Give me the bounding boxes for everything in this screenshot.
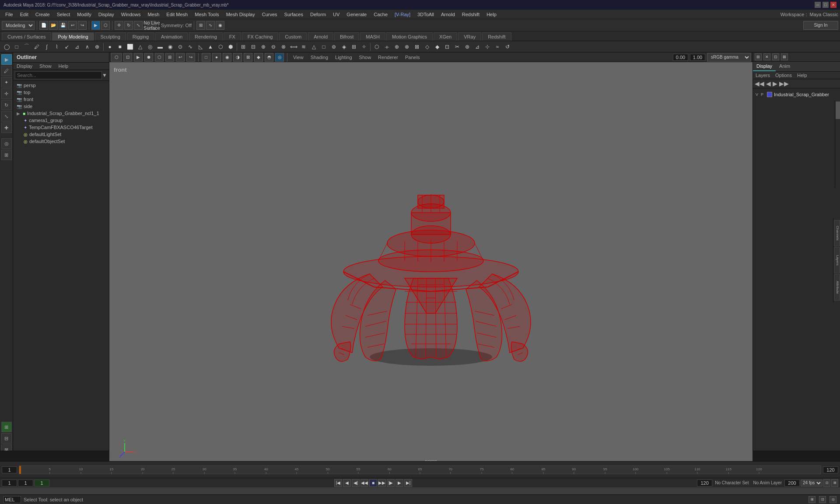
max-frame-input[interactable]: [784, 480, 800, 486]
ch-right-tab2[interactable]: Layers: [834, 247, 840, 273]
boolean-diff-button[interactable]: ⊖: [269, 42, 278, 52]
status-right-btn3[interactable]: ◎: [830, 496, 836, 503]
vp-menu-panels[interactable]: Panels: [402, 54, 423, 61]
skip-back-button[interactable]: |◀: [334, 479, 342, 487]
vp-scale-input[interactable]: [690, 54, 705, 61]
vp-zoom-input[interactable]: [673, 54, 688, 61]
rotate-mode-button[interactable]: ↻: [1, 100, 12, 110]
frame-display-input[interactable]: [18, 480, 33, 486]
menu-uv[interactable]: UV: [329, 11, 343, 18]
connect-button[interactable]: ⊛: [462, 42, 472, 52]
vp-ao-button[interactable]: ◓: [265, 53, 273, 62]
ch-right-tab1[interactable]: Channels: [834, 220, 840, 246]
vp-menu-view[interactable]: View: [290, 54, 306, 61]
scale-tool-button[interactable]: ⤡: [134, 21, 143, 30]
pyramid-button[interactable]: ▲: [206, 42, 215, 52]
tool8-button[interactable]: ⊿: [72, 42, 82, 52]
paint-button[interactable]: 🖊: [32, 42, 42, 52]
menu-mesh-display[interactable]: Mesh Display: [223, 11, 259, 18]
menu-redshift[interactable]: Redshift: [458, 11, 483, 18]
outliner-item-persp[interactable]: 📷 persp: [13, 82, 109, 89]
tab-mash[interactable]: MASH: [360, 32, 385, 41]
playback-options-button[interactable]: ⊞: [831, 479, 838, 487]
create-curve-button[interactable]: ⌒: [22, 42, 32, 52]
current-frame-input[interactable]: [2, 466, 17, 473]
tab-sculpting[interactable]: Sculpting: [95, 32, 126, 41]
play-forward-button[interactable]: ▶▶: [378, 479, 386, 487]
save-scene-button[interactable]: 💾: [59, 21, 67, 30]
warp-button[interactable]: ≈: [493, 42, 502, 52]
key-options-button[interactable]: ⊡: [823, 479, 830, 487]
outliner-search-dropdown[interactable]: ▼: [102, 72, 107, 78]
cleanup-button[interactable]: ✧: [359, 42, 369, 52]
sculpt-mode-button[interactable]: ✦: [1, 77, 12, 88]
next-key-button[interactable]: |▶: [387, 479, 395, 487]
vp-smooth-button[interactable]: ●: [212, 53, 221, 62]
bend-button[interactable]: ↙: [62, 42, 72, 52]
vp-lights-button[interactable]: ◎: [275, 53, 284, 62]
platonic-button[interactable]: ⬢: [226, 42, 235, 52]
maximize-button[interactable]: □: [822, 2, 829, 8]
menu-deform[interactable]: Deform: [307, 11, 329, 18]
lattice-button[interactable]: ⌇: [52, 42, 62, 52]
menu-display[interactable]: Display: [95, 11, 118, 18]
lasso-select-button[interactable]: ⬡: [101, 21, 110, 30]
tab-curves-surfaces[interactable]: Curves / Surfaces: [2, 32, 51, 41]
boolean-union-button[interactable]: ⊕: [259, 42, 268, 52]
outliner-scrollbar[interactable]: [836, 102, 840, 119]
wedge-button[interactable]: ⊿: [472, 42, 482, 52]
next-frame-button[interactable]: ▶: [396, 479, 403, 487]
ch-prev-button[interactable]: ◀: [766, 80, 771, 87]
ch-prev-frame-button[interactable]: ◀◀: [755, 80, 764, 87]
cylinder-button[interactable]: ⬜: [125, 42, 135, 52]
move-tool-button[interactable]: ✛: [115, 21, 123, 30]
menu-mesh[interactable]: Mesh: [144, 11, 163, 18]
create-circle-button[interactable]: ◯: [2, 42, 11, 52]
soft-select-button[interactable]: ◎: [1, 138, 12, 149]
status-right-btn1[interactable]: ⊞: [808, 496, 816, 503]
outliner-item-side[interactable]: 📷 side: [13, 103, 109, 110]
menu-create[interactable]: Create: [32, 11, 53, 18]
snap-curve-button[interactable]: ∿: [206, 21, 215, 30]
tab-redshift[interactable]: Redshift: [482, 32, 511, 41]
menu-surfaces[interactable]: Surfaces: [281, 11, 307, 18]
outliner-item-object-set[interactable]: ◎ defaultObjectSet: [13, 138, 109, 145]
ch-next-button[interactable]: ▶: [773, 80, 777, 87]
frame-indicator[interactable]: [34, 480, 49, 486]
outliner-item-top[interactable]: 📷 top: [13, 89, 109, 96]
tab-rigging[interactable]: Rigging: [127, 32, 154, 41]
ch-icon1[interactable]: ⊞: [755, 53, 762, 60]
rotate-tool-button[interactable]: ↻: [124, 21, 133, 30]
chamfer-button[interactable]: ◇: [422, 42, 432, 52]
end-frame-input[interactable]: [697, 480, 712, 486]
vp-lit-button[interactable]: ◑: [233, 53, 242, 62]
show-manips-button[interactable]: ⊞: [1, 150, 12, 160]
snap-grid-button[interactable]: ⊞: [196, 21, 205, 30]
reduce-button[interactable]: ◈: [339, 42, 349, 52]
select-tool-button[interactable]: ▶: [91, 21, 100, 30]
menu-windows[interactable]: Windows: [118, 11, 144, 18]
outliner-item-mesh[interactable]: ▶ ■ Industrial_Scrap_Grabber_ncl1_1: [13, 110, 109, 117]
prev-key-button[interactable]: ◀|: [352, 479, 360, 487]
poke-button[interactable]: ⊹: [483, 42, 492, 52]
vp-smooth-wire-button[interactable]: ◉: [223, 53, 231, 62]
separate-button[interactable]: ⊟: [248, 42, 258, 52]
channel-tab-anim[interactable]: Anim: [776, 62, 794, 71]
vp-frame-all-button[interactable]: ⬡: [155, 53, 164, 62]
channel-sub-help[interactable]: Help: [794, 72, 810, 79]
sign-in-button[interactable]: Sign In: [803, 21, 838, 30]
outliner-item-temp-cam[interactable]: ✦ TempCamFBXASCO46Target: [13, 124, 109, 131]
remesh-button[interactable]: ⊞: [349, 42, 359, 52]
layout-button2[interactable]: ⊟: [1, 433, 12, 444]
tab-rendering[interactable]: Rendering: [189, 32, 223, 41]
create-square-button[interactable]: □: [12, 42, 21, 52]
append-button[interactable]: ⊕: [392, 42, 402, 52]
cone-button[interactable]: △: [135, 42, 145, 52]
fps-selector[interactable]: 24 fps: [801, 480, 822, 486]
vp-menu-show[interactable]: Show: [357, 54, 374, 61]
sculpt-button[interactable]: ∫: [42, 42, 52, 52]
bevel-button[interactable]: ◆: [432, 42, 442, 52]
tab-bifrost[interactable]: Bifrost: [334, 32, 359, 41]
tool10-button[interactable]: ⊕: [92, 42, 102, 52]
edge-loop-button[interactable]: ⊡: [442, 42, 452, 52]
